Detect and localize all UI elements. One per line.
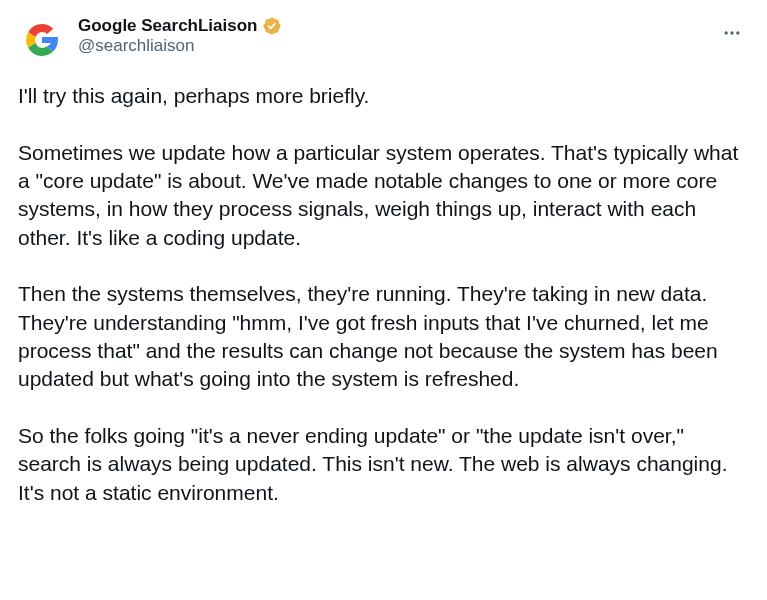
user-handle[interactable]: @searchliaison: [78, 36, 715, 56]
verified-badge-icon: [262, 16, 282, 36]
google-logo-icon: [18, 16, 66, 64]
name-row: Google SearchLiaison: [78, 16, 715, 36]
tweet-body: I'll try this again, perhaps more briefl…: [18, 82, 749, 507]
svg-point-3: [736, 31, 739, 34]
svg-point-2: [730, 31, 733, 34]
user-block: Google SearchLiaison @searchliaison: [78, 16, 715, 56]
more-options-button[interactable]: [715, 16, 749, 50]
avatar[interactable]: [18, 16, 66, 64]
svg-point-1: [725, 31, 728, 34]
ellipsis-icon: [722, 23, 742, 43]
tweet-header: Google SearchLiaison @searchliaison: [18, 16, 749, 64]
tweet: Google SearchLiaison @searchliaison I'll…: [18, 16, 749, 507]
display-name[interactable]: Google SearchLiaison: [78, 16, 258, 36]
